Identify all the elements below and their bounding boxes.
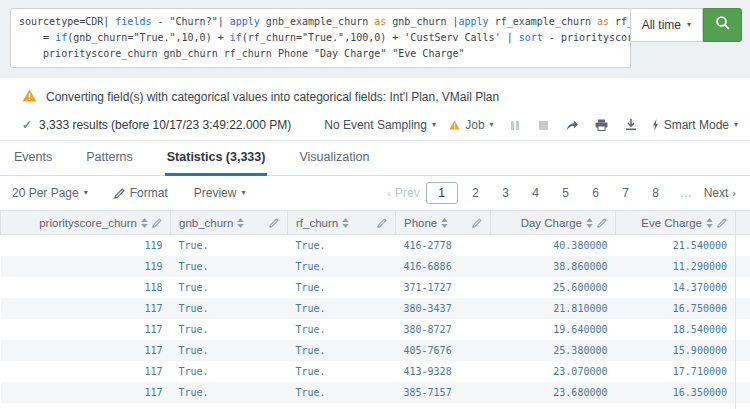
cell-day-charge[interactable]: 25.380000 (491, 340, 616, 361)
share-job-button[interactable] (565, 117, 581, 133)
tab-events[interactable]: Events (12, 150, 54, 176)
job-done-check-icon: ✓ (22, 118, 32, 132)
cell-rf-churn[interactable]: True. (288, 298, 396, 319)
per-page-dropdown[interactable]: 20 Per Page ▾ (12, 186, 88, 200)
cell-gnb-churn[interactable]: True. (171, 235, 288, 257)
sort-icon[interactable] (441, 218, 448, 228)
cell-rf-churn[interactable]: True. (288, 361, 396, 382)
cell-eve-charge[interactable]: 14.370000 (616, 277, 736, 298)
cell-phone[interactable]: 416-2778 (396, 235, 491, 257)
cell-phone[interactable]: 413-9328 (396, 361, 491, 382)
cell-gnb-churn[interactable]: True. (171, 340, 288, 361)
sort-icon[interactable] (141, 218, 148, 228)
cell-eve-charge[interactable]: 15.900000 (616, 340, 736, 361)
cell-phone[interactable]: 380-3437 (396, 298, 491, 319)
time-range-picker[interactable]: All time ▾ (631, 8, 703, 42)
cell-priorityscore-churn[interactable]: 116 (1, 403, 171, 409)
cell-day-charge[interactable]: 23.680000 (491, 382, 616, 403)
cell-eve-charge[interactable]: 11.290000 (616, 256, 736, 277)
edit-column-icon[interactable] (377, 218, 387, 228)
cell-gnb-churn[interactable]: True. (171, 298, 288, 319)
cell-day-charge[interactable]: 19.640000 (491, 319, 616, 340)
stop-job-button[interactable] (536, 117, 552, 133)
cell-eve-charge[interactable]: 16.750000 (616, 298, 736, 319)
cell-eve-charge[interactable]: 17.710000 (616, 361, 736, 382)
row-spacer (736, 403, 750, 409)
cell-priorityscore-churn[interactable]: 117 (1, 361, 171, 382)
cell-day-charge[interactable]: 21.810000 (491, 298, 616, 319)
cell-rf-churn[interactable]: True. (288, 319, 396, 340)
search-mode-dropdown[interactable]: Smart Mode ▾ (652, 118, 738, 132)
sort-icon[interactable] (706, 218, 713, 228)
pagination-page-2[interactable]: 2 (464, 183, 488, 203)
cell-priorityscore-churn[interactable]: 117 (1, 382, 171, 403)
cell-phone[interactable]: 380-8727 (396, 319, 491, 340)
cell-gnb-churn[interactable]: True. (171, 277, 288, 298)
pagination-page-5[interactable]: 5 (554, 183, 578, 203)
tab-patterns[interactable]: Patterns (84, 150, 135, 176)
cell-eve-charge[interactable]: 18.540000 (616, 319, 736, 340)
tab-statistics[interactable]: Statistics (3,333) (165, 150, 268, 176)
cell-eve-charge[interactable]: 21.540000 (616, 235, 736, 257)
cell-eve-charge[interactable]: 16.350000 (616, 382, 736, 403)
cell-priorityscore-churn[interactable]: 117 (1, 298, 171, 319)
cell-gnb-churn[interactable]: True. (171, 256, 288, 277)
cell-priorityscore-churn[interactable]: 117 (1, 340, 171, 361)
query-token: if (55, 32, 67, 43)
pagination-page-1[interactable]: 1 (426, 182, 458, 204)
pause-job-button[interactable] (507, 117, 523, 133)
column-label: gnb_churn (179, 217, 233, 229)
pagination-page-3[interactable]: 3 (494, 183, 518, 203)
cell-rf-churn[interactable]: True. (288, 235, 396, 257)
cell-rf-churn[interactable]: True. (288, 340, 396, 361)
edit-column-icon[interactable] (717, 218, 727, 228)
cell-phone[interactable]: 385-8184 (396, 403, 491, 409)
pagination-page-4[interactable]: 4 (524, 183, 548, 203)
edit-column-icon[interactable] (597, 218, 607, 228)
cell-phone[interactable]: 405-7676 (396, 340, 491, 361)
search-button[interactable] (703, 8, 742, 42)
preview-dropdown[interactable]: Preview ▾ (194, 186, 246, 200)
search-query-input[interactable]: sourcetype=CDR| fields - "Churn?"| apply… (10, 8, 631, 68)
export-button[interactable] (623, 117, 639, 133)
table-header-spacer (736, 211, 750, 235)
sort-icon[interactable] (342, 218, 349, 228)
cell-eve-charge[interactable]: 20.410000 (616, 403, 736, 409)
sort-icon[interactable] (586, 218, 593, 228)
cell-priorityscore-churn[interactable]: 119 (1, 256, 171, 277)
cell-gnb-churn[interactable]: True. (171, 319, 288, 340)
cell-rf-churn[interactable]: True. (288, 403, 396, 409)
job-dropdown[interactable]: Job ▾ (449, 118, 493, 132)
cell-rf-churn[interactable]: True. (288, 256, 396, 277)
cell-day-charge[interactable]: 18.090000 (491, 403, 616, 409)
cell-phone[interactable]: 416-6886 (396, 256, 491, 277)
sort-icon[interactable] (237, 218, 244, 228)
edit-column-icon[interactable] (472, 218, 482, 228)
pagination-page-7[interactable]: 7 (614, 183, 638, 203)
cell-phone[interactable]: 385-7157 (396, 382, 491, 403)
cell-day-charge[interactable]: 23.070000 (491, 361, 616, 382)
cell-gnb-churn[interactable]: True. (171, 403, 288, 409)
event-sampling-dropdown[interactable]: No Event Sampling ▾ (324, 118, 436, 132)
print-button[interactable] (594, 117, 610, 133)
pagination-page-6[interactable]: 6 (584, 183, 608, 203)
format-button[interactable]: Format (114, 186, 168, 200)
cell-day-charge[interactable]: 25.600000 (491, 277, 616, 298)
cell-day-charge[interactable]: 40.380000 (491, 235, 616, 257)
edit-column-icon[interactable] (269, 218, 279, 228)
edit-column-icon[interactable] (152, 218, 162, 228)
cell-day-charge[interactable]: 38.860000 (491, 256, 616, 277)
cell-rf-churn[interactable]: True. (288, 382, 396, 403)
pagination-page-8[interactable]: 8 (644, 183, 668, 203)
tab-visualization[interactable]: Visualization (297, 150, 371, 176)
table-header-row: priorityscore_churngnb_churnrf_churnPhon… (1, 211, 750, 235)
pagination-prev[interactable]: ‹ Prev (387, 186, 419, 200)
pagination-next[interactable]: Next › (704, 186, 736, 200)
cell-rf-churn[interactable]: True. (288, 277, 396, 298)
cell-priorityscore-churn[interactable]: 118 (1, 277, 171, 298)
cell-priorityscore-churn[interactable]: 119 (1, 235, 171, 257)
cell-phone[interactable]: 371-1727 (396, 277, 491, 298)
cell-priorityscore-churn[interactable]: 117 (1, 319, 171, 340)
cell-gnb-churn[interactable]: True. (171, 361, 288, 382)
cell-gnb-churn[interactable]: True. (171, 382, 288, 403)
